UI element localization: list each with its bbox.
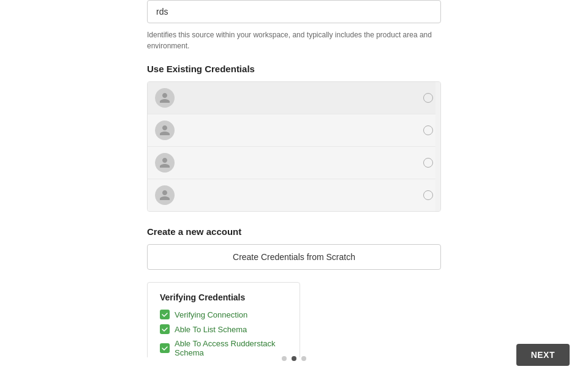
- check-icon-2: [160, 324, 170, 334]
- content-area: Identifies this source within your works…: [147, 0, 441, 372]
- credential-item-2[interactable]: [148, 114, 440, 147]
- new-account-title: Create a new account: [147, 226, 441, 237]
- verify-item-1: Verifying Connection: [160, 310, 287, 319]
- radio-2[interactable]: [423, 125, 433, 135]
- verifying-title: Verifying Credentials: [160, 292, 287, 302]
- verify-label-1: Verifying Connection: [175, 310, 247, 319]
- radio-4[interactable]: [423, 190, 433, 200]
- scrollbar: [435, 82, 440, 211]
- check-icon-3: [160, 343, 170, 353]
- credential-item-4[interactable]: [148, 179, 440, 211]
- svg-rect-2: [160, 343, 170, 353]
- credentials-scroll-inner: [148, 82, 440, 211]
- verify-label-3: Able To Access Rudderstack Schema: [175, 339, 287, 357]
- new-account-section: Create a new account Create Credentials …: [147, 226, 441, 270]
- bottom-bar: NEXT: [0, 357, 588, 372]
- radio-3[interactable]: [423, 158, 433, 168]
- credential-item-1[interactable]: [148, 82, 440, 114]
- helper-text: Identifies this source within your works…: [147, 29, 441, 51]
- verify-label-2: Able To List Schema: [175, 325, 247, 334]
- credentials-list: [147, 81, 441, 212]
- dot-2: [292, 356, 296, 361]
- use-existing-title: Use Existing Credentials: [147, 64, 441, 74]
- avatar-icon-2: [155, 121, 175, 140]
- svg-rect-0: [160, 310, 170, 319]
- source-name-input[interactable]: [147, 0, 441, 23]
- avatar-icon-3: [155, 153, 175, 173]
- credential-item-3[interactable]: [148, 147, 440, 179]
- page-container: Identifies this source within your works…: [0, 0, 588, 372]
- dot-3: [301, 356, 306, 361]
- avatar-icon-1: [155, 88, 175, 108]
- radio-1[interactable]: [423, 93, 433, 103]
- verify-item-3: Able To Access Rudderstack Schema: [160, 339, 287, 357]
- use-existing-section: Use Existing Credentials: [147, 64, 441, 212]
- avatar-icon-4: [155, 185, 175, 205]
- check-icon-1: [160, 310, 170, 319]
- next-button[interactable]: NEXT: [516, 344, 570, 366]
- dot-1: [282, 356, 287, 361]
- create-credentials-button[interactable]: Create Credentials from Scratch: [147, 244, 441, 270]
- svg-rect-1: [160, 324, 170, 334]
- verify-item-2: Able To List Schema: [160, 324, 287, 334]
- source-name-section: Identifies this source within your works…: [147, 0, 441, 51]
- verifying-panel: Verifying Credentials Verifying Connecti…: [147, 282, 300, 368]
- pagination-dots: [282, 356, 306, 361]
